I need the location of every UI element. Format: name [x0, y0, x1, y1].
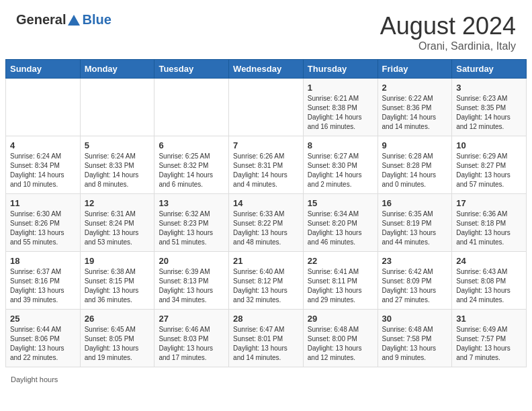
day-info: Sunrise: 6:27 AM Sunset: 8:30 PM Dayligh… [308, 152, 373, 189]
calendar-cell: 12Sunrise: 6:31 AM Sunset: 8:24 PM Dayli… [80, 194, 154, 252]
day-info: Sunrise: 6:22 AM Sunset: 8:36 PM Dayligh… [382, 94, 448, 132]
day-number: 17 [456, 198, 522, 208]
day-number: 1 [308, 83, 373, 93]
calendar-cell: 21Sunrise: 6:40 AM Sunset: 8:12 PM Dayli… [229, 252, 304, 310]
calendar-cell: 11Sunrise: 6:30 AM Sunset: 8:26 PM Dayli… [6, 194, 81, 252]
page-header: General Blue August 2024 Orani, Sardinia… [0, 0, 532, 59]
logo: General Blue [16, 12, 112, 28]
calendar-cell: 20Sunrise: 6:39 AM Sunset: 8:13 PM Dayli… [154, 252, 229, 310]
day-of-week-header: Friday [378, 60, 452, 79]
day-info: Sunrise: 6:45 AM Sunset: 8:05 PM Dayligh… [85, 325, 150, 363]
day-number: 11 [10, 198, 76, 208]
calendar-cell: 14Sunrise: 6:33 AM Sunset: 8:22 PM Dayli… [229, 194, 304, 252]
day-info: Sunrise: 6:37 AM Sunset: 8:16 PM Dayligh… [10, 267, 76, 305]
daylight-label: Daylight hours [11, 375, 58, 383]
calendar-cell: 26Sunrise: 6:45 AM Sunset: 8:05 PM Dayli… [80, 310, 154, 367]
day-info: Sunrise: 6:40 AM Sunset: 8:12 PM Dayligh… [233, 267, 299, 305]
calendar-cell: 16Sunrise: 6:35 AM Sunset: 8:19 PM Dayli… [378, 194, 452, 252]
day-info: Sunrise: 6:26 AM Sunset: 8:31 PM Dayligh… [233, 152, 299, 189]
day-number: 5 [85, 140, 150, 150]
calendar-cell: 13Sunrise: 6:32 AM Sunset: 8:23 PM Dayli… [154, 194, 229, 252]
day-number: 28 [233, 314, 299, 324]
day-info: Sunrise: 6:39 AM Sunset: 8:13 PM Dayligh… [159, 267, 224, 305]
calendar-cell [229, 79, 304, 136]
footer-note: Daylight hours [5, 373, 532, 386]
day-info: Sunrise: 6:33 AM Sunset: 8:22 PM Dayligh… [233, 210, 299, 247]
day-number: 30 [382, 314, 448, 324]
day-info: Sunrise: 6:28 AM Sunset: 8:28 PM Dayligh… [382, 152, 448, 189]
calendar-week-row: 25Sunrise: 6:44 AM Sunset: 8:06 PM Dayli… [6, 310, 527, 367]
day-number: 21 [233, 256, 299, 266]
calendar-week-row: 4Sunrise: 6:24 AM Sunset: 8:34 PM Daylig… [6, 136, 527, 194]
calendar-cell [154, 79, 229, 136]
day-info: Sunrise: 6:48 AM Sunset: 8:00 PM Dayligh… [308, 325, 373, 363]
title-block: August 2024 Orani, Sardinia, Italy [380, 12, 516, 52]
calendar-cell: 15Sunrise: 6:34 AM Sunset: 8:20 PM Dayli… [303, 194, 378, 252]
calendar-cell: 23Sunrise: 6:42 AM Sunset: 8:09 PM Dayli… [378, 252, 452, 310]
day-info: Sunrise: 6:23 AM Sunset: 8:35 PM Dayligh… [456, 94, 522, 132]
day-info: Sunrise: 6:32 AM Sunset: 8:23 PM Dayligh… [159, 210, 224, 247]
day-info: Sunrise: 6:24 AM Sunset: 8:34 PM Dayligh… [10, 152, 76, 189]
day-info: Sunrise: 6:34 AM Sunset: 8:20 PM Dayligh… [308, 210, 373, 247]
day-info: Sunrise: 6:25 AM Sunset: 8:32 PM Dayligh… [159, 152, 224, 189]
calendar-cell: 28Sunrise: 6:47 AM Sunset: 8:01 PM Dayli… [229, 310, 304, 367]
calendar-cell: 3Sunrise: 6:23 AM Sunset: 8:35 PM Daylig… [452, 79, 527, 136]
day-number: 8 [308, 140, 373, 150]
day-number: 3 [456, 83, 522, 93]
day-number: 29 [308, 314, 373, 324]
day-number: 13 [159, 198, 224, 208]
day-number: 15 [308, 198, 373, 208]
calendar-cell: 29Sunrise: 6:48 AM Sunset: 8:00 PM Dayli… [303, 310, 378, 367]
day-info: Sunrise: 6:21 AM Sunset: 8:38 PM Dayligh… [308, 94, 373, 132]
calendar-cell: 17Sunrise: 6:36 AM Sunset: 8:18 PM Dayli… [452, 194, 527, 252]
calendar-cell: 19Sunrise: 6:38 AM Sunset: 8:15 PM Dayli… [80, 252, 154, 310]
day-of-week-header: Thursday [303, 60, 378, 79]
calendar-cell [80, 79, 154, 136]
calendar-cell: 24Sunrise: 6:43 AM Sunset: 8:08 PM Dayli… [452, 252, 527, 310]
day-info: Sunrise: 6:24 AM Sunset: 8:33 PM Dayligh… [85, 152, 150, 189]
day-number: 6 [159, 140, 224, 150]
day-number: 22 [308, 256, 373, 266]
day-info: Sunrise: 6:42 AM Sunset: 8:09 PM Dayligh… [382, 267, 448, 305]
calendar-body: 1Sunrise: 6:21 AM Sunset: 8:38 PM Daylig… [6, 79, 527, 367]
calendar-cell [6, 79, 81, 136]
day-of-week-header: Saturday [452, 60, 527, 79]
day-number: 24 [456, 256, 522, 266]
day-number: 20 [159, 256, 224, 266]
calendar-cell: 18Sunrise: 6:37 AM Sunset: 8:16 PM Dayli… [6, 252, 81, 310]
calendar-cell: 8Sunrise: 6:27 AM Sunset: 8:30 PM Daylig… [303, 136, 378, 194]
day-info: Sunrise: 6:44 AM Sunset: 8:06 PM Dayligh… [10, 325, 76, 363]
day-number: 9 [382, 140, 448, 150]
day-number: 10 [456, 140, 522, 150]
day-number: 2 [382, 83, 448, 93]
day-number: 27 [159, 314, 224, 324]
logo-general-text: General [16, 12, 66, 28]
day-number: 18 [10, 256, 76, 266]
day-number: 25 [10, 314, 76, 324]
calendar-cell: 6Sunrise: 6:25 AM Sunset: 8:32 PM Daylig… [154, 136, 229, 194]
day-number: 16 [382, 198, 448, 208]
day-of-week-header: Wednesday [229, 60, 304, 79]
day-info: Sunrise: 6:38 AM Sunset: 8:15 PM Dayligh… [85, 267, 150, 305]
day-number: 23 [382, 256, 448, 266]
day-info: Sunrise: 6:31 AM Sunset: 8:24 PM Dayligh… [85, 210, 150, 247]
calendar-cell: 25Sunrise: 6:44 AM Sunset: 8:06 PM Dayli… [6, 310, 81, 367]
day-info: Sunrise: 6:43 AM Sunset: 8:08 PM Dayligh… [456, 267, 522, 305]
svg-marker-0 [68, 15, 80, 26]
day-info: Sunrise: 6:47 AM Sunset: 8:01 PM Dayligh… [233, 325, 299, 363]
month-year-title: August 2024 [380, 12, 516, 40]
day-info: Sunrise: 6:29 AM Sunset: 8:27 PM Dayligh… [456, 152, 522, 189]
calendar-week-row: 18Sunrise: 6:37 AM Sunset: 8:16 PM Dayli… [6, 252, 527, 310]
logo-icon [66, 13, 81, 28]
day-number: 7 [233, 140, 299, 150]
day-of-week-header: Tuesday [154, 60, 229, 79]
day-number: 31 [456, 314, 522, 324]
day-of-week-header: Monday [80, 60, 154, 79]
calendar-cell: 5Sunrise: 6:24 AM Sunset: 8:33 PM Daylig… [80, 136, 154, 194]
logo-blue-text: Blue [82, 12, 111, 28]
calendar-cell: 2Sunrise: 6:22 AM Sunset: 8:36 PM Daylig… [378, 79, 452, 136]
calendar-cell: 31Sunrise: 6:49 AM Sunset: 7:57 PM Dayli… [452, 310, 527, 367]
calendar-cell: 9Sunrise: 6:28 AM Sunset: 8:28 PM Daylig… [378, 136, 452, 194]
day-info: Sunrise: 6:48 AM Sunset: 7:58 PM Dayligh… [382, 325, 448, 363]
calendar-cell: 27Sunrise: 6:46 AM Sunset: 8:03 PM Dayli… [154, 310, 229, 367]
